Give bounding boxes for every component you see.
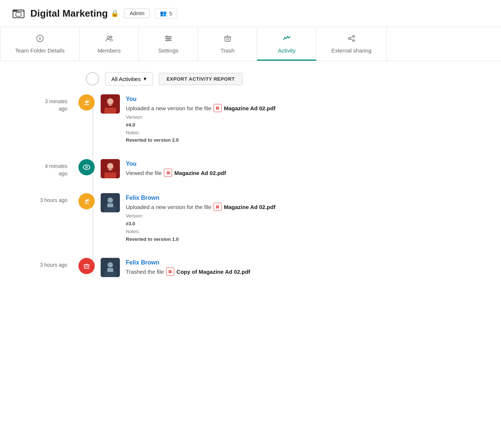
tab-icon-activity [283,34,291,44]
tab-label: Activity [278,47,296,54]
activity-dot-view [78,159,95,175]
tab-settings[interactable]: Settings [139,27,198,61]
tab-label: Team Folder Details [15,47,64,54]
timeline: 3 minutesago You [12,94,489,277]
tab-trash[interactable]: Trash [198,27,257,61]
svg-point-28 [86,167,87,168]
activity-user[interactable]: Felix Brown [126,195,489,201]
activity-time: 3 hours ago [12,258,78,269]
svg-point-44 [108,262,113,267]
members-icon: 👥 [160,10,167,17]
svg-rect-46 [107,268,113,272]
activity-user[interactable]: You [126,161,489,167]
dropdown-label: All Activities [111,76,141,82]
svg-point-12 [167,40,168,41]
list-item: 3 hours ago [12,258,489,277]
svg-point-10 [166,36,168,37]
tab-members[interactable]: Members [80,27,139,61]
tab-icon-info [36,34,44,44]
activity-time: 3 minutesago [12,94,78,112]
activity-time: 4 minutesago [12,159,78,177]
list-item: 3 hours ago Felix Brown [12,193,489,243]
page-title: Digital Marketing 🔒 [30,8,119,19]
folder-icon [12,7,25,20]
tab-label: Settings [158,47,178,54]
activity-time: 3 hours ago [12,193,78,204]
activity-meta: Version: #4.0 Notes: Reverted to version… [126,114,489,144]
svg-rect-45 [104,271,116,277]
timeline-top-indicator [86,72,99,85]
activity-description: Trashed the file ⊠ Copy of Magazine Ad 0… [126,267,489,276]
pdf-icon: ⊠ [164,169,172,177]
header: Digital Marketing 🔒 Admin 👥 5 [0,0,501,27]
activity-description: Viewed the file ⊠ Magazine Ad 02.pdf [126,169,489,177]
filter-bar: All Activities ▾ EXPORT ACTIVITY REPORT [86,72,489,85]
svg-point-19 [353,40,354,42]
activity-dot-trash [78,258,95,274]
activity-content: You Uploaded a new version for the file … [126,94,489,144]
svg-rect-25 [104,108,116,114]
tab-icon-trash [223,34,232,44]
main-content: All Activities ▾ EXPORT ACTIVITY REPORT … [0,61,501,303]
activity-content: You Viewed the file ⊠ Magazine Ad 02.pdf [126,159,489,178]
activity-content: Felix Brown Trashed the file ⊠ Copy of M… [126,258,489,277]
svg-rect-38 [84,265,89,269]
avatar [101,159,120,178]
activity-meta: Version: #3.0 Notes: Reverted to version… [126,212,489,243]
svg-point-24 [107,98,113,104]
svg-rect-1 [16,13,21,16]
svg-point-35 [108,198,113,203]
svg-point-5 [107,36,110,39]
avatar [101,94,120,114]
svg-rect-36 [104,206,116,212]
tab-icon-members [105,34,113,44]
avatar [101,193,120,212]
svg-point-17 [353,36,354,37]
members-badge[interactable]: 👥 5 [155,8,177,18]
activity-description: Uploaded a new version for the file ⊠ Ma… [126,104,489,112]
activity-content: Felix Brown Uploaded a new version for t… [126,193,489,243]
tab-label: Members [98,47,121,54]
list-item: 4 minutesago You [12,159,489,178]
tab-activity[interactable]: Activity [257,27,316,61]
activity-user[interactable]: Felix Brown [126,259,489,266]
tab-external-sharing[interactable]: External sharing [316,27,386,61]
svg-rect-37 [107,203,113,207]
avatar [101,258,120,277]
activity-dot-upload [78,94,95,111]
pdf-icon: ⊠ [213,104,222,112]
svg-rect-32 [104,172,116,178]
lock-icon: 🔒 [111,9,119,17]
admin-badge[interactable]: Admin [124,9,150,18]
svg-point-11 [169,38,170,39]
svg-point-4 [40,37,40,37]
list-item: 3 minutesago You [12,94,489,144]
svg-line-20 [350,37,353,38]
activity-dot-upload [78,193,95,209]
svg-point-31 [107,163,113,169]
chevron-down-icon: ▾ [144,75,147,82]
tab-label: External sharing [331,47,371,54]
activity-user[interactable]: You [126,96,489,102]
svg-point-18 [348,38,350,40]
export-activity-report-button[interactable]: EXPORT ACTIVITY REPORT [159,73,242,85]
all-activities-dropdown[interactable]: All Activities ▾ [105,72,153,85]
tab-icon-external-sharing [347,34,356,44]
svg-rect-13 [225,37,230,41]
pdf-icon: ⊠ [213,203,222,211]
tabs: Team Folder Details Members Settings [0,27,501,61]
tab-label: Trash [221,47,235,54]
members-count: 5 [169,10,172,17]
svg-line-21 [350,39,353,40]
tab-team-folder-details[interactable]: Team Folder Details [0,27,80,61]
svg-point-6 [110,36,112,38]
activity-description: Uploaded a new version for the file ⊠ Ma… [126,203,489,211]
svg-rect-0 [13,10,24,18]
pdf-icon: ⊠ [166,267,174,276]
tab-icon-settings [164,34,172,44]
